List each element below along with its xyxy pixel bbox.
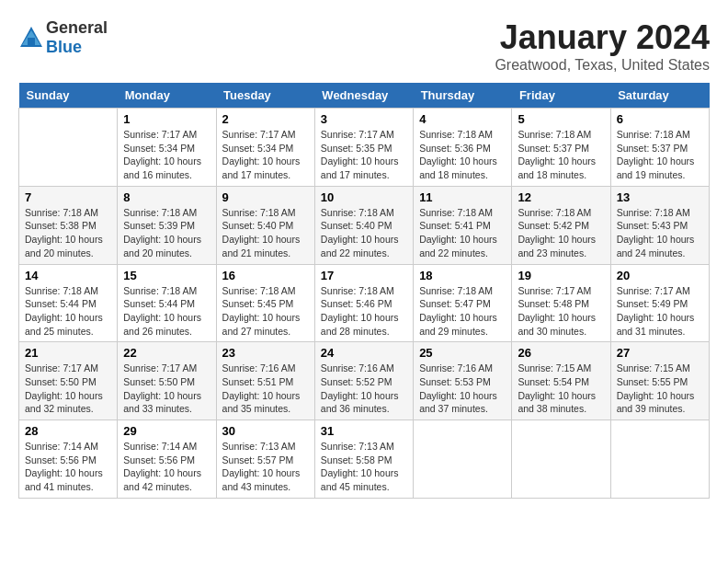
- day-number: 22: [123, 346, 210, 360]
- page-header: General Blue January 2024 Greatwood, Tex…: [18, 18, 710, 74]
- day-number: 14: [25, 269, 111, 282]
- day-info: Sunrise: 7:18 AMSunset: 5:43 PMDaylight:…: [617, 206, 703, 260]
- calendar-cell: 9Sunrise: 7:18 AMSunset: 5:40 PMDaylight…: [216, 186, 314, 264]
- day-info: Sunrise: 7:18 AMSunset: 5:47 PMDaylight:…: [419, 284, 506, 339]
- calendar-cell: 7Sunrise: 7:18 AMSunset: 5:38 PMDaylight…: [19, 186, 118, 264]
- day-number: 31: [321, 424, 407, 438]
- day-number: 12: [518, 190, 604, 204]
- calendar-cell: 26Sunrise: 7:15 AMSunset: 5:54 PMDayligh…: [512, 342, 610, 420]
- day-info: Sunrise: 7:14 AMSunset: 5:56 PMDaylight:…: [25, 440, 111, 494]
- calendar-week-4: 21Sunrise: 7:17 AMSunset: 5:50 PMDayligh…: [19, 342, 710, 420]
- day-number: 8: [123, 190, 210, 204]
- calendar-cell: 15Sunrise: 7:18 AMSunset: 5:44 PMDayligh…: [118, 264, 216, 342]
- day-info: Sunrise: 7:15 AMSunset: 5:54 PMDaylight:…: [518, 362, 604, 416]
- calendar-cell: 30Sunrise: 7:13 AMSunset: 5:57 PMDayligh…: [216, 420, 314, 499]
- weekday-header-row: SundayMondayTuesdayWednesdayThursdayFrid…: [19, 83, 710, 109]
- weekday-header-thursday: Thursday: [414, 83, 512, 109]
- day-number: 11: [419, 190, 506, 204]
- calendar-cell: 19Sunrise: 7:17 AMSunset: 5:48 PMDayligh…: [512, 264, 610, 342]
- day-number: 3: [321, 112, 407, 126]
- day-number: 1: [123, 112, 210, 126]
- calendar-week-1: 1Sunrise: 7:17 AMSunset: 5:34 PMDaylight…: [19, 109, 710, 187]
- title-area: January 2024 Greatwood, Texas, United St…: [495, 18, 710, 74]
- calendar-cell: 6Sunrise: 7:18 AMSunset: 5:37 PMDaylight…: [610, 109, 709, 187]
- calendar-week-5: 28Sunrise: 7:14 AMSunset: 5:56 PMDayligh…: [19, 420, 710, 499]
- calendar-cell: 27Sunrise: 7:15 AMSunset: 5:55 PMDayligh…: [610, 342, 709, 420]
- calendar-cell: 1Sunrise: 7:17 AMSunset: 5:34 PMDaylight…: [118, 109, 216, 187]
- day-number: 18: [419, 269, 506, 282]
- calendar-cell: 18Sunrise: 7:18 AMSunset: 5:47 PMDayligh…: [414, 264, 512, 342]
- calendar-cell: 12Sunrise: 7:18 AMSunset: 5:42 PMDayligh…: [512, 186, 610, 264]
- calendar-cell: 20Sunrise: 7:17 AMSunset: 5:49 PMDayligh…: [610, 264, 709, 342]
- calendar-cell: 3Sunrise: 7:17 AMSunset: 5:35 PMDaylight…: [314, 109, 413, 187]
- weekday-header-monday: Monday: [118, 83, 216, 109]
- day-number: 6: [617, 112, 703, 126]
- day-info: Sunrise: 7:18 AMSunset: 5:44 PMDaylight:…: [25, 284, 111, 339]
- day-number: 28: [25, 424, 111, 438]
- calendar-cell: [414, 420, 512, 499]
- calendar-cell: 5Sunrise: 7:18 AMSunset: 5:37 PMDaylight…: [512, 109, 610, 187]
- day-info: Sunrise: 7:17 AMSunset: 5:48 PMDaylight:…: [518, 284, 604, 339]
- day-info: Sunrise: 7:18 AMSunset: 5:40 PMDaylight:…: [222, 206, 309, 260]
- day-number: 13: [617, 190, 703, 204]
- day-number: 19: [518, 269, 604, 282]
- calendar-week-3: 14Sunrise: 7:18 AMSunset: 5:44 PMDayligh…: [19, 264, 710, 342]
- day-number: 23: [222, 346, 309, 360]
- day-number: 15: [123, 269, 210, 282]
- calendar-table: SundayMondayTuesdayWednesdayThursdayFrid…: [18, 83, 710, 499]
- month-title: January 2024: [495, 18, 710, 57]
- day-number: 25: [419, 346, 506, 360]
- day-number: 9: [222, 190, 309, 204]
- day-info: Sunrise: 7:18 AMSunset: 5:42 PMDaylight:…: [518, 206, 604, 260]
- logo-blue-text: Blue: [46, 38, 82, 56]
- logo-icon: [18, 25, 44, 51]
- calendar-cell: 24Sunrise: 7:16 AMSunset: 5:52 PMDayligh…: [314, 342, 413, 420]
- day-info: Sunrise: 7:18 AMSunset: 5:37 PMDaylight:…: [518, 128, 604, 182]
- day-info: Sunrise: 7:18 AMSunset: 5:38 PMDaylight:…: [25, 206, 111, 260]
- calendar-cell: 4Sunrise: 7:18 AMSunset: 5:36 PMDaylight…: [414, 109, 512, 187]
- day-info: Sunrise: 7:18 AMSunset: 5:44 PMDaylight:…: [123, 284, 210, 339]
- svg-rect-2: [28, 38, 35, 45]
- logo: General Blue: [18, 18, 108, 57]
- day-number: 29: [123, 424, 210, 438]
- weekday-header-sunday: Sunday: [19, 83, 118, 109]
- calendar-cell: 25Sunrise: 7:16 AMSunset: 5:53 PMDayligh…: [414, 342, 512, 420]
- calendar-cell: 17Sunrise: 7:18 AMSunset: 5:46 PMDayligh…: [314, 264, 413, 342]
- weekday-header-saturday: Saturday: [610, 83, 709, 109]
- calendar-body: 1Sunrise: 7:17 AMSunset: 5:34 PMDaylight…: [19, 109, 710, 499]
- weekday-header-wednesday: Wednesday: [314, 83, 413, 109]
- calendar-cell: 10Sunrise: 7:18 AMSunset: 5:40 PMDayligh…: [314, 186, 413, 264]
- day-number: 16: [222, 269, 309, 282]
- day-info: Sunrise: 7:13 AMSunset: 5:58 PMDaylight:…: [321, 440, 407, 494]
- calendar-cell: 16Sunrise: 7:18 AMSunset: 5:45 PMDayligh…: [216, 264, 314, 342]
- day-info: Sunrise: 7:18 AMSunset: 5:37 PMDaylight:…: [617, 128, 703, 182]
- day-info: Sunrise: 7:17 AMSunset: 5:34 PMDaylight:…: [222, 128, 309, 182]
- day-number: 2: [222, 112, 309, 126]
- day-info: Sunrise: 7:18 AMSunset: 5:39 PMDaylight:…: [123, 206, 210, 260]
- weekday-header-friday: Friday: [512, 83, 610, 109]
- day-info: Sunrise: 7:13 AMSunset: 5:57 PMDaylight:…: [222, 440, 309, 494]
- day-number: 7: [25, 190, 111, 204]
- calendar-cell: 8Sunrise: 7:18 AMSunset: 5:39 PMDaylight…: [118, 186, 216, 264]
- day-info: Sunrise: 7:17 AMSunset: 5:35 PMDaylight:…: [321, 128, 407, 182]
- day-number: 30: [222, 424, 309, 438]
- day-info: Sunrise: 7:16 AMSunset: 5:51 PMDaylight:…: [222, 362, 309, 416]
- day-info: Sunrise: 7:17 AMSunset: 5:49 PMDaylight:…: [617, 284, 703, 339]
- calendar-week-2: 7Sunrise: 7:18 AMSunset: 5:38 PMDaylight…: [19, 186, 710, 264]
- day-number: 17: [321, 269, 407, 282]
- day-number: 26: [518, 346, 604, 360]
- day-info: Sunrise: 7:18 AMSunset: 5:45 PMDaylight:…: [222, 284, 309, 339]
- day-info: Sunrise: 7:18 AMSunset: 5:46 PMDaylight:…: [321, 284, 407, 339]
- logo-general-text: General: [46, 18, 108, 37]
- day-info: Sunrise: 7:14 AMSunset: 5:56 PMDaylight:…: [123, 440, 210, 494]
- calendar-cell: [19, 109, 118, 187]
- day-number: 20: [617, 269, 703, 282]
- calendar-cell: 29Sunrise: 7:14 AMSunset: 5:56 PMDayligh…: [118, 420, 216, 499]
- day-info: Sunrise: 7:16 AMSunset: 5:52 PMDaylight:…: [321, 362, 407, 416]
- day-info: Sunrise: 7:18 AMSunset: 5:40 PMDaylight:…: [321, 206, 407, 260]
- day-number: 10: [321, 190, 407, 204]
- day-info: Sunrise: 7:18 AMSunset: 5:36 PMDaylight:…: [419, 128, 506, 182]
- day-number: 5: [518, 112, 604, 126]
- day-info: Sunrise: 7:17 AMSunset: 5:50 PMDaylight:…: [25, 362, 111, 416]
- calendar-cell: 13Sunrise: 7:18 AMSunset: 5:43 PMDayligh…: [610, 186, 709, 264]
